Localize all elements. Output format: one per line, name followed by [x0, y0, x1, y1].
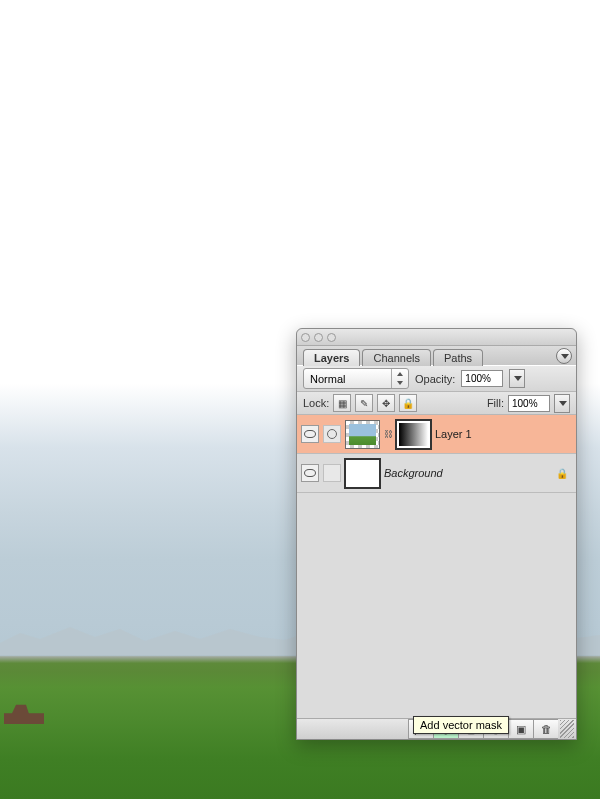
mask-link-icon[interactable]: ⛓ [384, 429, 392, 439]
lock-icon: 🔒 [556, 467, 568, 479]
layer-thumbnail[interactable] [345, 459, 380, 488]
tooltip: Add vector mask [413, 716, 509, 734]
resize-grip-icon[interactable] [560, 720, 574, 738]
new-layer-button[interactable]: ▣ [508, 719, 533, 739]
minimize-dot[interactable] [314, 333, 323, 342]
visibility-icon[interactable] [301, 464, 319, 482]
blend-row: Normal Opacity: 100% [297, 365, 576, 392]
layer-list-empty-area[interactable] [297, 493, 576, 718]
opacity-slider-button[interactable] [509, 369, 525, 388]
fill-input[interactable]: 100% [508, 395, 550, 412]
opacity-label: Opacity: [415, 373, 455, 385]
panel-menu-icon[interactable] [556, 348, 572, 364]
layer-name[interactable]: Background [384, 467, 443, 479]
tab-paths[interactable]: Paths [433, 349, 483, 366]
layer-row-1[interactable]: ⛓ Layer 1 [297, 415, 576, 454]
lock-all-icon[interactable]: 🔒 [399, 394, 417, 412]
blend-mode-select[interactable]: Normal [303, 368, 409, 389]
fill-slider-button[interactable] [554, 394, 570, 413]
tab-channels[interactable]: Channels [362, 349, 430, 366]
lock-label: Lock: [303, 397, 329, 409]
lock-pixels-icon[interactable]: ✎ [355, 394, 373, 412]
layer-thumbnail[interactable] [345, 420, 380, 449]
lock-position-icon[interactable]: ✥ [377, 394, 395, 412]
panel-tabs: Layers Channels Paths [297, 346, 576, 365]
link-slot[interactable] [323, 464, 341, 482]
mask-thumbnail[interactable] [396, 420, 431, 449]
zoom-dot[interactable] [327, 333, 336, 342]
layers-panel: Layers Channels Paths Normal Opacity: 10… [296, 328, 577, 740]
opacity-input[interactable]: 100% [461, 370, 503, 387]
tab-layers[interactable]: Layers [303, 349, 360, 366]
layer-row-background[interactable]: Background 🔒 [297, 454, 576, 493]
panel-titlebar[interactable] [297, 329, 576, 346]
lock-transparent-icon[interactable]: ▦ [333, 394, 351, 412]
layer-list: ⛓ Layer 1 Background 🔒 [297, 415, 576, 718]
visibility-icon[interactable] [301, 425, 319, 443]
delete-layer-button[interactable]: 🗑 [533, 719, 558, 739]
close-dot[interactable] [301, 333, 310, 342]
lock-row: Lock: ▦ ✎ ✥ 🔒 Fill: 100% [297, 392, 576, 415]
layer-name[interactable]: Layer 1 [435, 428, 472, 440]
link-slot[interactable] [323, 425, 341, 443]
fill-label: Fill: [487, 397, 504, 409]
blend-mode-value: Normal [310, 373, 345, 385]
